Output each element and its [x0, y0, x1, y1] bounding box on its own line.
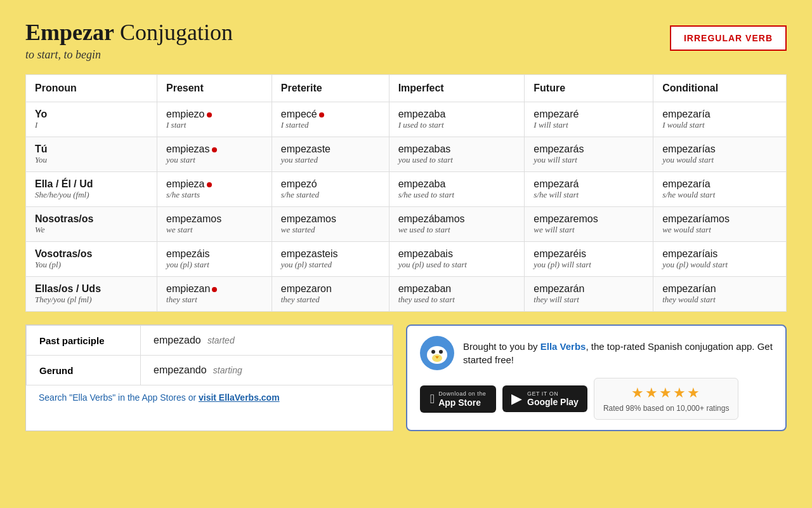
cell-conditional: empezarían they would start: [653, 277, 787, 312]
cell-future: empezarán they will start: [525, 277, 653, 312]
page-header: Empezar Conjugation to start, to begin I…: [25, 19, 787, 62]
ella-verbs-promo-link[interactable]: Ella Verbs: [540, 341, 586, 352]
cell-present: empiezo I start: [157, 102, 272, 137]
title-block: Empezar Conjugation to start, to begin: [25, 19, 233, 62]
cell-preterite: empezasteis you (pl) started: [272, 242, 389, 277]
cell-imperfect: empezaban they used to start: [389, 277, 525, 312]
bottom-section: Past participle empezado started Gerund …: [25, 324, 787, 431]
cell-preterite: empezaste you started: [272, 137, 389, 172]
cell-pronoun: Ellas/os / Uds They/you (pl fml): [26, 277, 157, 312]
cell-imperfect: empezabas you used to start: [389, 137, 525, 172]
promo-description: Brought to you by Ella Verbs, the top-ra…: [463, 340, 773, 366]
col-present: Present: [157, 75, 272, 102]
cell-pronoun: Ella / Él / Ud She/he/you (fml): [26, 172, 157, 207]
participle-label: Past participle: [27, 326, 141, 356]
cell-imperfect: empezabais you (pl) used to start: [389, 242, 525, 277]
promo-buttons-row:  Download on the App Store ▶ GET IT ON …: [420, 378, 773, 420]
cell-imperfect: empezaba I used to start: [389, 102, 525, 137]
participle-value: empezado started: [141, 326, 393, 356]
cell-imperfect: empezaba s/he used to start: [389, 172, 525, 207]
participle-table: Past participle empezado started Gerund …: [25, 324, 393, 431]
table-row: Vosotras/os You (pl) empezáis you (pl) s…: [26, 242, 787, 277]
conjugation-table: Pronoun Present Preterite Imperfect Futu…: [25, 74, 787, 312]
cell-present: empezamos we start: [157, 207, 272, 242]
cell-conditional: empezaría s/he would start: [653, 172, 787, 207]
rating-box: ★★★★★ Rated 98% based on 10,000+ ratings: [594, 378, 738, 420]
col-preterite: Preterite: [272, 75, 389, 102]
cell-future: empezarás you will start: [525, 137, 653, 172]
cell-conditional: empezaría I would start: [653, 102, 787, 137]
cell-present: empezáis you (pl) start: [157, 242, 272, 277]
ella-verbs-icon: [420, 336, 454, 370]
search-footer-text: Search "Ella Verbs" in the App Stores or…: [39, 392, 280, 403]
table-row: Nosotras/os We empezamos we start empeza…: [26, 207, 787, 242]
cell-preterite: empezó s/he started: [272, 172, 389, 207]
table-row: Ella / Él / Ud She/he/you (fml) empieza …: [26, 172, 787, 207]
cell-preterite: empezaron they started: [272, 277, 389, 312]
cell-imperfect: empezábamos we used to start: [389, 207, 525, 242]
star-rating: ★★★★★: [631, 385, 701, 401]
cell-present: empiezas you start: [157, 137, 272, 172]
cell-future: empezaré I will start: [525, 102, 653, 137]
svg-point-5: [439, 350, 443, 354]
col-imperfect: Imperfect: [389, 75, 525, 102]
cell-pronoun: Yo I: [26, 102, 157, 137]
ella-verbs-link[interactable]: visit EllaVerbs.com: [199, 392, 280, 403]
cell-conditional: empezaríais you (pl) would start: [653, 242, 787, 277]
cell-pronoun: Vosotras/os You (pl): [26, 242, 157, 277]
cell-conditional: empezaríamos we would start: [653, 207, 787, 242]
cell-preterite: empezamos we started: [272, 207, 389, 242]
svg-point-4: [431, 350, 435, 354]
table-row: Yo I empiezo I start empecé I started em…: [26, 102, 787, 137]
promo-box: Brought to you by Ella Verbs, the top-ra…: [406, 324, 787, 431]
page-title: Empezar Conjugation: [25, 19, 233, 46]
cell-present: empieza s/he starts: [157, 172, 272, 207]
cell-future: empezaremos we will start: [525, 207, 653, 242]
cell-conditional: empezarías you would start: [653, 137, 787, 172]
table-row: Ellas/os / Uds They/you (pl fml) empiеza…: [26, 277, 787, 312]
google-play-button[interactable]: ▶ GET IT ON Google Play: [502, 385, 587, 412]
cell-future: empezará s/he will start: [525, 172, 653, 207]
participle-label: Gerund: [27, 356, 141, 385]
col-pronoun: Pronoun: [26, 75, 157, 102]
rating-text: Rated 98% based on 10,000+ ratings: [603, 404, 729, 413]
cell-present: empiеzan they start: [157, 277, 272, 312]
col-conditional: Conditional: [653, 75, 787, 102]
cell-pronoun: Tú You: [26, 137, 157, 172]
irregular-verb-badge: IRREGULAR VERB: [670, 25, 787, 51]
cell-future: empezaréis you (pl) will start: [525, 242, 653, 277]
participle-row: Past participle empezado started: [27, 326, 393, 356]
cell-pronoun: Nosotras/os We: [26, 207, 157, 242]
app-store-button[interactable]:  Download on the App Store: [420, 385, 496, 413]
page-subtitle: to start, to begin: [25, 48, 233, 62]
col-future: Future: [525, 75, 653, 102]
table-row: Tú You empiezas you start empezaste you …: [26, 137, 787, 172]
promo-top: Brought to you by Ella Verbs, the top-ra…: [420, 336, 773, 370]
participle-value: empezando starting: [141, 356, 393, 385]
participle-row: Gerund empezando starting: [27, 356, 393, 385]
cell-preterite: empecé I started: [272, 102, 389, 137]
